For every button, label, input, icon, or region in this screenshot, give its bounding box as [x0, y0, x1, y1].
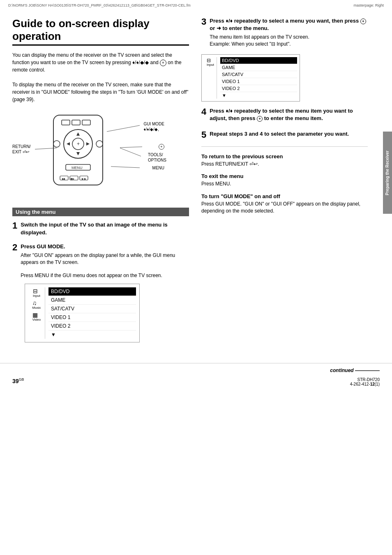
meta-bar: D:\NORM'S JOB\SONY HA\SO0135\STR-DH720_P… [0, 0, 392, 9]
step-5-number: 5 [201, 130, 206, 139]
masterpage: masterpage: Right [353, 3, 384, 7]
menu-item-video1: VIDEO 1 [48, 313, 136, 322]
bottom-right: continued ————— [330, 368, 380, 373]
small-menu-item-satcatv: SAT/CATV [220, 71, 297, 78]
menu-item-video2: VIDEO 2 [48, 322, 136, 331]
menu-items-col: BD/DVD GAME SAT/CATV VIDEO 1 VIDEO 2 ▼ [45, 287, 136, 339]
input-icon-small: ⊟ Input [207, 58, 214, 67]
remote-diagram: + MENU [12, 109, 189, 199]
small-menu-item-video1: VIDEO 1 [220, 78, 297, 85]
step-4-content: Press ♦/♦ repeatedly to select the menu … [210, 107, 368, 124]
side-tab: Preparing the Receiver [383, 132, 392, 214]
menu-box-inner-small: ⊟ Input BD/DVD GAME SAT/CATV VIDEO 1 VID… [202, 55, 300, 101]
bottom-bar: continued ————— [0, 363, 392, 377]
step-3-number: 3 [201, 17, 206, 26]
svg-line-26 [120, 147, 142, 148]
page-footer: 39GB STR-DH720 4-262-412-12(1) [0, 377, 392, 391]
plus-button-label: + [159, 144, 164, 150]
svg-rect-3 [82, 120, 90, 125]
step-2-content: Press GUI MODE. After "GUI ON" appears o… [21, 243, 189, 279]
intro-text: You can display the menu of the receiver… [12, 51, 189, 103]
step-5-title: Repeat steps 3 and 4 to select the param… [210, 130, 368, 138]
step-4: 4 Press ♦/♦ repeatedly to select the men… [201, 107, 368, 124]
svg-marker-21 [72, 178, 74, 180]
model-line1: STR-DH720 [350, 377, 380, 382]
svg-marker-22 [82, 178, 84, 180]
right-column: 3 Press ♦/♦ repeatedly to select a menu … [201, 17, 378, 347]
menu-item-more: ▼ [48, 331, 136, 339]
remote-svg: + MENU [37, 111, 119, 193]
step-2-body2: Press MENU if the GUI menu does not appe… [21, 272, 189, 279]
menu-box-step2: ⊟ Input ♫ Music ▦ Video BD/DVD [25, 284, 140, 342]
small-menu-item-bddvd: BD/DVD [220, 57, 297, 64]
step-2: 2 Press GUI MODE. After "GUI ON" appears… [12, 243, 189, 279]
page-title: Guide to on-screen display operation [12, 17, 189, 46]
svg-point-12 [96, 141, 103, 147]
side-tab-text: Preparing the Receiver [385, 150, 390, 195]
menu-label: MENU [152, 166, 164, 170]
return-body: Press RETURN/EXIT ⏎↩. [201, 161, 368, 168]
page-number-container: 39GB [12, 377, 24, 386]
small-menu-item-video2: VIDEO 2 [220, 85, 297, 92]
svg-marker-23 [84, 178, 86, 180]
divider [201, 146, 368, 147]
svg-rect-1 [62, 120, 70, 125]
video-icon: ▦ Video [32, 312, 41, 321]
tools-text: TOOLS/OPTIONS [148, 153, 166, 162]
page-num-text: 39 [12, 378, 19, 384]
menu-items-col-small: BD/DVD GAME SAT/CATV VIDEO 1 VIDEO 2 ▼ [217, 57, 297, 99]
model-info: STR-DH720 4-262-412-12(1) [350, 377, 380, 386]
menu-item-game: GAME [48, 296, 136, 305]
menu-icons-col-small: ⊟ Input [204, 57, 217, 99]
music-icon: ♫ Music [32, 300, 41, 310]
menu-box-step3: ⊟ Input BD/DVD GAME SAT/CATV VIDEO 1 VID… [201, 54, 300, 102]
content-area: Guide to on-screen display operation You… [0, 9, 392, 355]
svg-rect-17 [80, 176, 88, 180]
svg-marker-19 [63, 178, 65, 180]
step-2-number: 2 [12, 243, 17, 252]
plus-label: + [159, 144, 164, 150]
step-3-body2: Example: When you select "⊟ Input". [210, 41, 368, 48]
svg-rect-0 [53, 115, 103, 185]
step-3-content: Press ♦/♦ repeatedly to select a menu yo… [210, 17, 368, 48]
page-container: D:\NORM'S JOB\SONY HA\SO0135\STR-DH720_P… [0, 0, 392, 555]
step-4-number: 4 [201, 107, 206, 116]
step-1-number: 1 [12, 221, 17, 230]
svg-marker-6 [76, 132, 80, 136]
menu-text: MENU [152, 166, 164, 170]
menu-item-satcatv: SAT/CATV [48, 305, 136, 313]
gui-mode-text: GUI MODE♦/♦/◆/◆, [143, 122, 164, 132]
exit-heading: To exit the menu [201, 173, 368, 179]
model-line2: 4-262-412-12(1) [350, 382, 380, 386]
svg-point-11 [53, 141, 60, 147]
svg-marker-8 [67, 142, 70, 146]
return-exit-text: RETURN/EXIT ⏎↩ [12, 144, 30, 154]
step-3-body1: The menu item list appears on the TV scr… [210, 34, 368, 41]
input-icon: ⊟ Input [33, 288, 40, 298]
menu-icons-col: ⊟ Input ♫ Music ▦ Video [28, 287, 45, 339]
svg-text:MENU: MENU [71, 166, 83, 170]
step-2-title: Press GUI MODE. [21, 243, 189, 250]
step-1-content: Switch the input of the TV so that an im… [21, 221, 189, 238]
svg-marker-9 [86, 142, 90, 146]
continued-text: continued ————— [330, 368, 380, 373]
svg-marker-7 [76, 152, 80, 155]
step-1-title: Switch the input of the TV so that an im… [21, 221, 189, 236]
left-column: Guide to on-screen display operation You… [12, 17, 189, 347]
svg-rect-20 [71, 178, 72, 180]
return-heading: To return to the previous screen [201, 153, 368, 160]
step-3: 3 Press ♦/♦ repeatedly to select a menu … [201, 17, 368, 48]
exit-body: Press MENU. [201, 180, 368, 187]
step-4-title: Press ♦/♦ repeatedly to select the menu … [210, 107, 368, 122]
filepath: D:\NORM'S JOB\SONY HA\SO0135\STR-DH720_P… [8, 3, 191, 7]
tools-label: TOOLS/OPTIONS [148, 152, 166, 163]
svg-line-27 [120, 148, 141, 156]
step-2-body1: After "GUI ON" appears on the display pa… [21, 252, 189, 266]
page-suffix: GB [19, 377, 24, 382]
section-heading: Using the menu [12, 208, 189, 216]
return-exit-label: RETURN/EXIT ⏎↩ [12, 144, 30, 155]
guimode-heading: To turn "GUI MODE" on and off [201, 193, 368, 199]
step-3-title: Press ♦/♦ repeatedly to select a menu yo… [210, 17, 368, 32]
svg-rect-2 [72, 120, 80, 125]
guimode-body: Press GUI MODE. "GUI ON" or "GUI OFF" ap… [201, 201, 368, 215]
